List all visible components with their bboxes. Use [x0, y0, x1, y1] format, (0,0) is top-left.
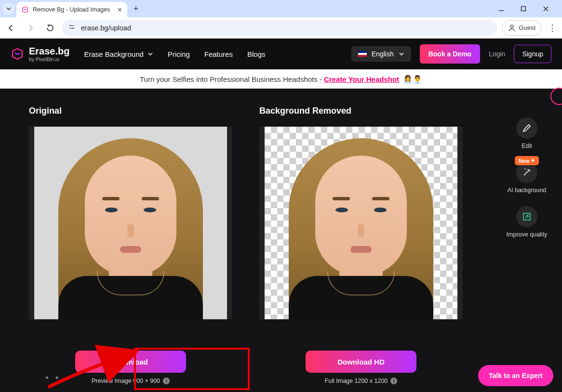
person-icon: [508, 24, 516, 32]
site-favicon-icon: [21, 6, 29, 13]
reload-button[interactable]: [42, 21, 57, 35]
forward-button[interactable]: [23, 21, 38, 35]
download-row: Download Preview Image 900 × 900i Downlo…: [29, 351, 533, 384]
url-bar[interactable]: erase.bg/upload: [62, 20, 497, 36]
chevron-down-icon: [6, 6, 12, 12]
svg-rect-1: [522, 7, 526, 11]
sparkle-icon: ✦: [531, 157, 535, 164]
nav-features[interactable]: Features: [204, 50, 233, 58]
nav-label: Features: [204, 50, 233, 58]
tab-strip: Remove Bg - Upload Images ✕ +: [0, 0, 562, 17]
nav-erase-background[interactable]: Erase Background: [84, 50, 153, 58]
download-hd-sub: Full Image 1200 x 1200i: [325, 378, 398, 384]
download-sub: Preview Image 900 × 900i: [92, 378, 170, 384]
button-label: Signup: [522, 50, 543, 58]
ai-background-tool[interactable]: New✦ AI background: [508, 162, 547, 194]
browser-toolbar: erase.bg/upload Guest ⋮: [0, 17, 562, 39]
removed-image-frame: [259, 127, 463, 319]
nav-pricing[interactable]: Pricing: [168, 50, 190, 58]
nav-label: Erase Background: [84, 50, 143, 58]
link-label: Login: [489, 50, 505, 58]
browser-tab[interactable]: Remove Bg - Upload Images ✕: [16, 2, 127, 17]
url-text: erase.bg/upload: [81, 24, 131, 32]
sub-text: Preview Image 900 × 900: [92, 378, 160, 384]
download-hd-col: Download HD Full Image 1200 x 1200i: [259, 351, 463, 384]
window-minimize-button[interactable]: [495, 2, 508, 15]
original-title: Original: [29, 106, 232, 116]
window-maximize-button[interactable]: [517, 2, 530, 15]
main-content: Original Background Removed: [0, 89, 562, 392]
nav-label: Pricing: [168, 50, 190, 58]
original-image-frame: [29, 127, 232, 319]
button-label: Talk to an Expert: [489, 372, 543, 379]
tool-label: AI background: [508, 187, 547, 194]
window-controls: [495, 2, 559, 15]
headshot-emoji-icon: 👩‍💼👨‍💼: [403, 75, 422, 84]
back-button[interactable]: [4, 21, 18, 35]
magic-wand-icon: [522, 168, 532, 177]
button-label: Download HD: [337, 358, 385, 366]
login-link[interactable]: Login: [489, 50, 505, 58]
removed-column: Background Removed: [259, 106, 463, 387]
header-right: English Book a Demo Login Signup: [351, 44, 551, 64]
button-label: Book a Demo: [428, 50, 471, 58]
window-close-button[interactable]: [539, 2, 552, 15]
original-image: [34, 127, 227, 319]
chevron-down-icon: [147, 51, 153, 57]
banner-text: Turn your Selfies into Professional Busi…: [140, 75, 322, 83]
info-icon[interactable]: i: [390, 378, 397, 384]
upscale-icon: [522, 212, 532, 222]
profile-label: Guest: [519, 24, 535, 31]
profile-button[interactable]: Guest: [502, 20, 542, 36]
new-badge: New✦: [515, 156, 539, 165]
flag-icon: [358, 51, 367, 57]
language-label: English: [372, 50, 394, 58]
logo-icon: [11, 47, 24, 61]
page: Erase.bg by PixelBin.io Erase Background…: [0, 39, 562, 392]
site-settings-icon[interactable]: [68, 24, 76, 32]
book-demo-button[interactable]: Book a Demo: [420, 44, 480, 64]
sub-text: Full Image 1200 x 1200: [325, 378, 388, 384]
tab-title: Remove Bg - Upload Images: [33, 6, 113, 13]
browser-menu-button[interactable]: ⋮: [547, 21, 558, 35]
button-label: Download: [113, 358, 148, 366]
pencil-icon: [522, 123, 532, 133]
promo-banner: Turn your Selfies into Professional Busi…: [0, 69, 562, 89]
download-hd-button[interactable]: Download HD: [306, 351, 416, 373]
nav-label: Blogs: [247, 50, 266, 58]
site-logo[interactable]: Erase.bg by PixelBin.io: [11, 46, 69, 62]
chevron-down-icon: [399, 51, 404, 57]
tool-label: Improve quality: [507, 231, 548, 238]
improve-quality-tool[interactable]: Improve quality: [507, 206, 548, 238]
removed-image: [265, 127, 457, 319]
edit-tool[interactable]: Edit: [516, 118, 537, 149]
browser-chrome: Remove Bg - Upload Images ✕ + erase.bg/u…: [0, 0, 562, 39]
svg-point-6: [510, 25, 513, 28]
nav-blogs[interactable]: Blogs: [247, 50, 266, 58]
tool-label: Edit: [522, 143, 532, 149]
brand-subtitle: by PixelBin.io: [29, 57, 69, 62]
site-header: Erase.bg by PixelBin.io Erase Background…: [0, 39, 562, 69]
download-button[interactable]: Download: [75, 351, 186, 373]
signup-button[interactable]: Signup: [514, 45, 551, 63]
side-tools: Edit New✦ AI background Improve quality: [500, 118, 553, 238]
banner-link[interactable]: Create Your Headshot: [324, 75, 399, 83]
new-tab-button[interactable]: +: [129, 2, 143, 15]
brand-name: Erase.bg: [29, 46, 69, 56]
original-column: Original: [29, 106, 232, 387]
tab-close-icon[interactable]: ✕: [117, 6, 122, 13]
tab-search-dropdown[interactable]: [3, 3, 14, 14]
pagination-dots: • •: [45, 372, 61, 383]
removed-title: Background Removed: [259, 106, 463, 116]
info-icon[interactable]: i: [163, 378, 170, 384]
talk-to-expert-button[interactable]: Talk to an Expert: [478, 365, 553, 386]
language-selector[interactable]: English: [351, 46, 411, 62]
